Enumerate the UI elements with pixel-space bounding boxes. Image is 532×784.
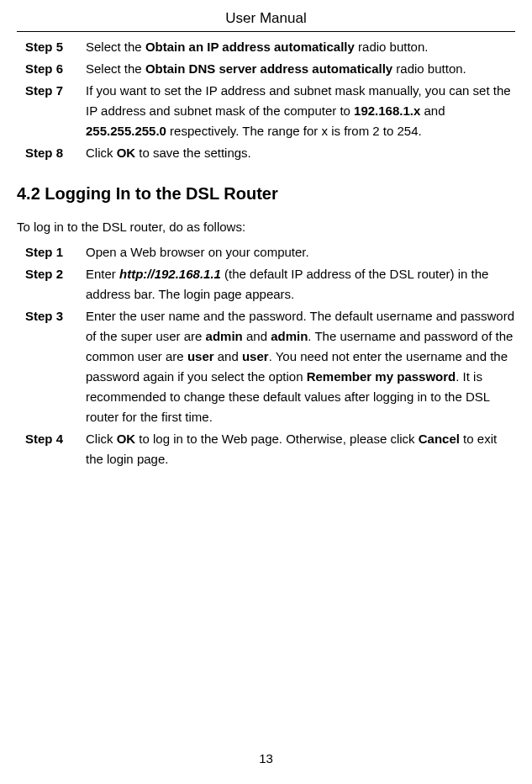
step-label: Step 5 [25,37,86,57]
text-fragment: user [242,349,269,363]
text-fragment: admin [206,329,243,343]
section1-steps: Step 5Select the Obtain an IP address au… [17,37,515,163]
text-fragment: and [243,329,271,343]
text-fragment: Cancel [419,432,460,446]
text-fragment: Obtain DNS server address automatically [145,61,392,76]
step-text: If you want to set the IP address and su… [86,81,515,141]
step-text: Select the Obtain DNS server address aut… [86,59,515,79]
step-row: Step 4Click OK to log in to the Web page… [25,429,515,469]
section2-steps: Step 1Open a Web browser on your compute… [17,242,515,469]
text-fragment: Obtain an IP address automatically [145,40,355,54]
step-row: Step 5Select the Obtain an IP address au… [25,37,515,57]
section-heading: 4.2 Logging In to the DSL Router [17,180,515,207]
text-fragment: Remember my password [307,369,456,384]
step-label: Step 8 [25,143,86,163]
step-row: Step 7If you want to set the IP address … [25,81,515,141]
text-fragment: respectively. The range for x is from 2 … [166,124,422,138]
text-fragment: Select the [86,40,145,54]
step-label: Step 1 [25,242,86,262]
step-row: Step 3Enter the user name and the passwo… [25,306,515,427]
step-text: Enter http://192.168.1.1 (the default IP… [86,264,515,305]
step-text: Click OK to save the settings. [86,143,515,163]
text-fragment: to save the settings. [135,146,251,160]
step-row: Step 8Click OK to save the settings. [25,143,515,163]
section2-intro: To log in to the DSL router, do as follo… [17,217,515,237]
step-label: Step 4 [25,429,86,469]
text-fragment: admin [271,329,308,343]
text-fragment: Click [86,432,117,446]
page-number: 13 [0,749,532,769]
text-fragment: 192.168.1.x [354,103,420,118]
text-fragment: OK [117,432,136,446]
text-fragment: and [420,103,445,118]
page-header-title: User Manual [17,7,515,32]
step-label: Step 3 [25,306,86,427]
step-label: Step 2 [25,264,86,305]
text-fragment: Click [86,146,117,160]
step-row: Step 1Open a Web browser on your compute… [25,242,515,262]
text-fragment: Open a Web browser on your computer. [86,245,309,259]
step-text: Select the Obtain an IP address automati… [86,37,515,57]
text-fragment: OK [117,146,136,160]
step-text: Click OK to log in to the Web page. Othe… [86,429,515,469]
step-text: Enter the user name and the password. Th… [86,306,515,427]
text-fragment: and [214,349,242,363]
text-fragment: 255.255.255.0 [86,124,166,138]
step-label: Step 7 [25,81,86,141]
text-fragment: radio button. [392,61,466,76]
text-fragment: http://192.168.1.1 [119,267,221,281]
step-row: Step 6Select the Obtain DNS server addre… [25,59,515,79]
text-fragment: to log in to the Web page. Otherwise, pl… [135,432,419,446]
text-fragment: radio button. [355,40,429,54]
text-fragment: Select the [86,61,145,76]
step-text: Open a Web browser on your computer. [86,242,515,262]
text-fragment: user [187,349,214,363]
step-row: Step 2Enter http://192.168.1.1 (the defa… [25,264,515,305]
step-label: Step 6 [25,59,86,79]
text-fragment: Enter [86,267,119,281]
text-fragment: If you want to set the IP address and su… [86,83,511,118]
